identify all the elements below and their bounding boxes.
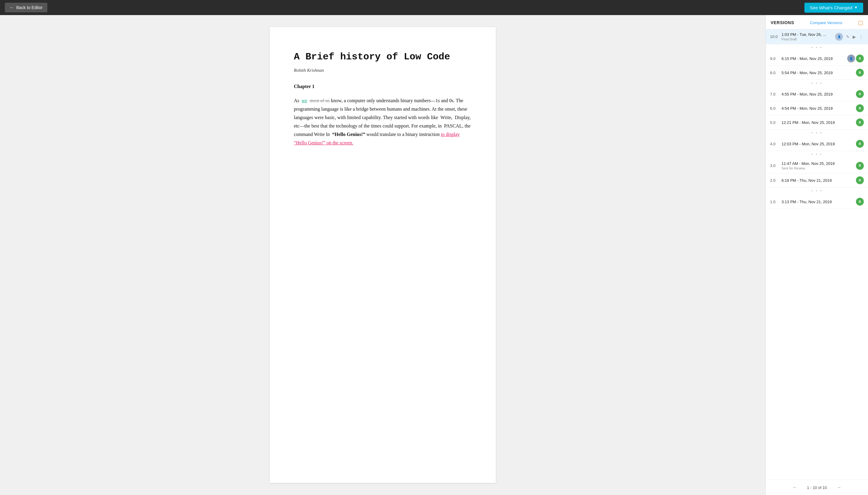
more-options-icon[interactable]: ⋮ [858,34,864,40]
avatar: R [856,198,864,206]
version-label: Sent for Review [781,166,853,170]
dots-separator: • • • [766,151,868,158]
document-area: A Brief history of Low Code Rohith Krish… [0,15,765,495]
version-avatars: R [856,198,864,206]
version-avatars: R [856,176,864,184]
versions-footer: ← 1 - 10 of 10 → [766,480,868,495]
version-number: 1.0 [770,200,779,204]
version-number: 6.0 [770,106,779,110]
version-actions: ✎ ▶ ⋮ [845,34,864,40]
version-number: 7.0 [770,92,779,97]
arrow-left-icon: ← [10,5,14,10]
document-author: Rohith Krishnan [294,68,472,73]
pagination-prev-button[interactable]: ← [790,483,800,491]
version-info: 1:03 PM - Tue, Nov 26, ... Final Draft [781,32,833,41]
version-label: Final Draft [781,37,833,41]
avatar: 👤 [835,33,843,41]
version-row[interactable]: 4.0 12:03 PM - Mon, Nov 25, 2019 R [766,137,868,151]
version-time: 5:54 PM - Mon, Nov 25, 2019 [781,70,853,75]
version-row[interactable]: 6.0 4:54 PM - Mon, Nov 25, 2019 R [766,101,868,116]
versions-icon[interactable]: ▢ [858,19,863,26]
compare-versions-link[interactable]: Compare Versions [810,20,843,25]
main-layout: A Brief history of Low Code Rohith Krish… [0,15,868,495]
version-number: 5.0 [770,120,779,125]
version-time: 3:13 PM - Thu, Nov 21, 2019 [781,200,853,204]
version-time: 4:54 PM - Mon, Nov 25, 2019 [781,106,853,110]
version-avatars: R [856,90,864,98]
version-number: 9.0 [770,56,779,61]
version-number: 3.0 [770,164,779,168]
version-info: 5:54 PM - Mon, Nov 25, 2019 [781,70,853,75]
pagination-info: 1 - 10 of 10 [807,485,827,490]
restore-icon[interactable]: ▶ [852,34,856,40]
document-title: A Brief history of Low Code [294,51,472,63]
version-time: 11:47 AM - Mon, Nov 25, 2019 [781,161,853,166]
see-whats-changed-button[interactable]: See What's Changed ▼ [804,3,863,13]
topbar: ← Back to Editor See What's Changed ▼ [0,0,868,15]
bold-hello: “Hello Genius!” [332,132,365,137]
version-time: 1:03 PM - Tue, Nov 26, ... [781,32,833,37]
version-avatars: 👤 R [847,54,864,63]
versions-header: VERSIONS Compare Versions ▢ [766,15,868,29]
version-info: 6:15 PM - Mon, Nov 25, 2019 [781,56,845,61]
dots-separator: • • • [766,188,868,195]
dots-separator: • • • [766,80,868,87]
pagination-next-button[interactable]: → [834,483,844,491]
version-row[interactable]: 8.0 5:54 PM - Mon, Nov 25, 2019 R [766,66,868,80]
version-row[interactable]: 10.0 1:03 PM - Tue, Nov 26, ... Final Dr… [766,29,868,44]
avatar: R [856,118,864,126]
version-time: 6:18 PM - Thu, Nov 21, 2019 [781,178,853,183]
version-info: 12:03 PM - Mon, Nov 25, 2019 [781,142,853,146]
versions-panel: VERSIONS Compare Versions ▢ 10.0 1:03 PM… [765,15,868,495]
version-time: 4:55 PM - Mon, Nov 25, 2019 [781,92,853,97]
dots-separator: • • • [766,130,868,137]
version-avatars: R [856,140,864,148]
body-after-bold: would translate to a binary instruction [365,132,440,137]
version-info: 4:54 PM - Mon, Nov 25, 2019 [781,106,853,110]
avatar: R [856,90,864,98]
versions-list: 10.0 1:03 PM - Tue, Nov 26, ... Final Dr… [766,29,868,480]
back-button-label: Back to Editor [16,5,42,10]
edit-icon[interactable]: ✎ [845,34,850,40]
dots-separator: • • • [766,44,868,52]
version-avatars: R [856,162,864,170]
chapter-heading: Chapter 1 [294,84,472,89]
avatar: R [856,162,864,170]
body-text-main: know, a computer only understands binary… [294,98,471,137]
version-info: 11:47 AM - Mon, Nov 25, 2019 Sent for Re… [781,161,853,170]
version-row[interactable]: 5.0 12:21 PM - Mon, Nov 25, 2019 R [766,116,868,130]
version-avatars: R [856,118,864,126]
version-avatars: 👤 [835,33,843,41]
body-intro: As [294,98,299,103]
version-row[interactable]: 2.0 6:18 PM - Thu, Nov 21, 2019 R [766,173,868,188]
version-avatars: R [856,104,864,112]
version-time: 6:15 PM - Mon, Nov 25, 2019 [781,56,845,61]
back-to-editor-button[interactable]: ← Back to Editor [5,3,47,12]
version-time: 12:03 PM - Mon, Nov 25, 2019 [781,142,853,146]
version-info: 6:18 PM - Thu, Nov 21, 2019 [781,178,853,183]
version-row[interactable]: 7.0 4:55 PM - Mon, Nov 25, 2019 R [766,87,868,101]
version-row[interactable]: 3.0 11:47 AM - Mon, Nov 25, 2019 Sent fo… [766,158,868,173]
see-changed-label: See What's Changed [810,5,852,10]
version-number: 4.0 [770,142,779,146]
chevron-down-icon: ▼ [854,5,858,10]
avatar: R [856,54,864,63]
inserted-we: we [302,98,308,103]
version-number: 10.0 [770,34,779,39]
deleted-most-of-us: most of us [310,98,330,103]
version-number: 2.0 [770,178,779,183]
avatar: 👤 [847,54,855,63]
version-row[interactable]: 9.0 6:15 PM - Mon, Nov 25, 2019 👤 R [766,52,868,66]
document-page: A Brief history of Low Code Rohith Krish… [270,27,496,483]
version-info: 4:55 PM - Mon, Nov 25, 2019 [781,92,853,97]
avatar: R [856,104,864,112]
version-avatars: R [856,69,864,76]
document-body: As we most of us know, a computer only u… [294,97,472,147]
version-row[interactable]: 1.0 3:13 PM - Thu, Nov 21, 2019 R [766,195,868,209]
avatar: R [856,69,864,76]
version-info: 12:21 PM - Mon, Nov 25, 2019 [781,120,853,125]
avatar: R [856,140,864,148]
avatar: R [856,176,864,184]
version-time: 12:21 PM - Mon, Nov 25, 2019 [781,120,853,125]
version-number: 8.0 [770,70,779,75]
